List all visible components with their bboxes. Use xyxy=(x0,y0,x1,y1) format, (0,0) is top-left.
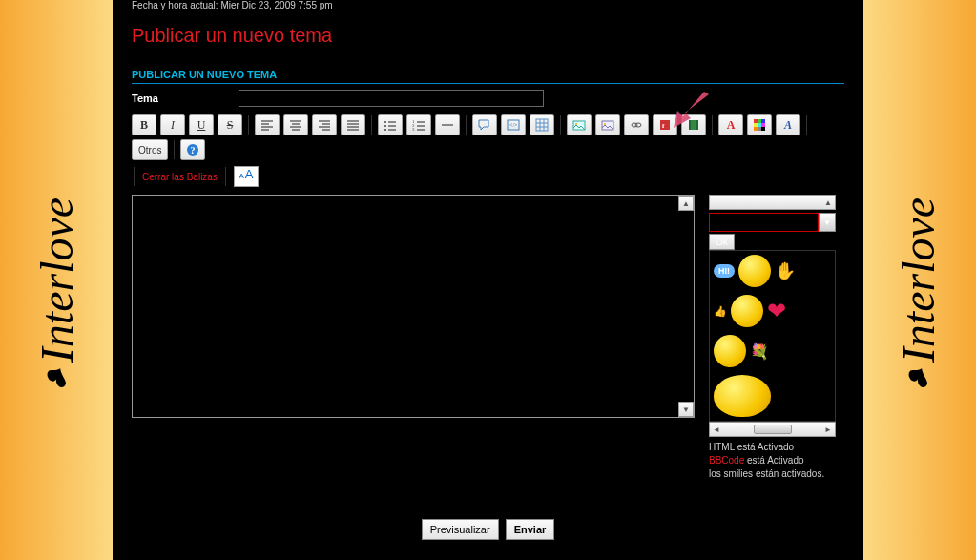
brand-left: Interlove xyxy=(0,0,114,560)
italic-button[interactable]: I xyxy=(160,114,185,135)
format-toolbar: B I U S 123 </> xyxy=(132,114,844,160)
underline-button[interactable]: U xyxy=(189,114,214,135)
smile-face-icon xyxy=(738,255,771,287)
bold-button[interactable]: B xyxy=(132,114,156,135)
hi-bubble: HI! xyxy=(714,264,735,278)
svg-point-41 xyxy=(635,123,641,127)
editor-status: HTML está Activado BBCode está Activado … xyxy=(709,441,836,481)
text-size-toggle[interactable]: AA xyxy=(234,166,259,187)
list-ordered-button[interactable]: 123 xyxy=(406,114,431,135)
font-size-button[interactable]: A xyxy=(718,114,743,135)
svg-rect-48 xyxy=(758,119,761,123)
quote-button[interactable] xyxy=(472,114,497,135)
brand-text-right: Interlove xyxy=(893,197,945,363)
smiley-love[interactable]: 👍 ❤ xyxy=(714,295,831,327)
svg-rect-46 xyxy=(696,120,698,130)
section-header: PUBLICAR UN NUEVO TEMA xyxy=(132,66,844,83)
strike-button[interactable]: S xyxy=(218,114,242,135)
smiley-panel: ▲ ▼ Ok HI! ✋ 👍 ❤ 💐 xyxy=(709,195,836,481)
scroll-left-icon[interactable]: ◄ xyxy=(713,425,720,434)
svg-rect-47 xyxy=(754,119,758,123)
main-panel: Fecha y hora actual: Mier Dic 23, 2009 7… xyxy=(113,0,863,560)
svg-rect-31 xyxy=(536,119,548,131)
smile-face-icon xyxy=(731,295,763,327)
close-tags-link[interactable]: Cerrar las Balizas xyxy=(142,172,218,182)
upload-image-button[interactable] xyxy=(567,114,592,135)
panel-scroll-up[interactable]: ▲ xyxy=(709,195,836,210)
thumbs-up-icon: 👍 xyxy=(714,305,727,318)
smile-face-icon xyxy=(714,335,746,367)
status-html: HTML está Activado xyxy=(709,441,836,454)
separator xyxy=(806,115,807,135)
smiley-hi[interactable]: HI! ✋ xyxy=(714,255,831,287)
align-justify-button[interactable] xyxy=(341,114,365,135)
table-button[interactable] xyxy=(530,114,554,135)
smiley-category-select[interactable] xyxy=(709,213,819,232)
heart-icon: ❤ xyxy=(767,298,786,324)
separator xyxy=(560,115,561,135)
separator xyxy=(248,115,249,135)
preview-button[interactable]: Previsualizar xyxy=(422,519,499,540)
hr-button[interactable] xyxy=(435,114,460,135)
big-face-icon xyxy=(714,375,771,417)
align-center-button[interactable] xyxy=(283,114,308,135)
flash-button[interactable]: f xyxy=(653,114,677,135)
tema-input[interactable] xyxy=(239,90,544,107)
svg-rect-45 xyxy=(689,120,691,130)
separator xyxy=(712,115,713,135)
font-family-button[interactable]: A xyxy=(776,114,800,135)
ok-button[interactable]: Ok xyxy=(709,234,735,250)
image-button[interactable] xyxy=(595,114,620,135)
svg-text:</>: </> xyxy=(509,122,518,128)
scroll-right-icon[interactable]: ► xyxy=(824,425,832,434)
scroll-up-button[interactable]: ▲ xyxy=(678,196,694,211)
svg-rect-51 xyxy=(758,123,761,127)
separator xyxy=(371,115,372,135)
submit-row: Previsualizar Enviar xyxy=(132,519,844,540)
font-color-button[interactable] xyxy=(747,114,772,135)
message-editor[interactable]: ▲ ▼ xyxy=(132,195,695,418)
svg-rect-55 xyxy=(761,127,765,131)
page-title: Publicar un nuevo tema xyxy=(132,25,844,47)
dropdown-icon[interactable]: ▼ xyxy=(819,213,836,232)
svg-rect-54 xyxy=(758,127,761,131)
timestamp: Fecha y hora actual: Mier Dic 23, 2009 7… xyxy=(132,0,844,25)
separator xyxy=(134,167,135,186)
svg-rect-50 xyxy=(754,123,758,127)
align-left-button[interactable] xyxy=(255,114,280,135)
divider xyxy=(132,83,844,84)
wave-hand-icon: ✋ xyxy=(775,260,796,281)
svg-text:3: 3 xyxy=(412,127,415,132)
align-right-button[interactable] xyxy=(312,114,337,135)
tema-label: Tema xyxy=(132,93,239,104)
smiley-list: HI! ✋ 👍 ❤ 💐 xyxy=(709,250,836,422)
status-smilies: los smilies están activados. xyxy=(709,467,836,481)
help-button[interactable]: ? xyxy=(180,139,205,160)
code-button[interactable]: </> xyxy=(501,114,526,135)
svg-point-18 xyxy=(384,125,386,127)
svg-text:?: ? xyxy=(191,145,196,156)
others-button[interactable]: Otros xyxy=(132,139,168,160)
separator xyxy=(466,115,467,135)
link-button[interactable] xyxy=(624,114,649,135)
smiley-flower[interactable]: 💐 xyxy=(714,335,831,367)
svg-point-16 xyxy=(384,121,386,123)
brand-right: Interlove xyxy=(862,0,976,560)
brand-text-left: Interlove xyxy=(31,197,84,363)
send-button[interactable]: Enviar xyxy=(506,519,555,540)
smiley-big[interactable] xyxy=(714,375,831,417)
svg-rect-53 xyxy=(754,127,758,131)
video-button[interactable] xyxy=(681,114,706,135)
status-bbcode: BBCode está Activado xyxy=(709,454,836,467)
flower-icon: 💐 xyxy=(750,342,769,361)
list-unordered-button[interactable] xyxy=(378,114,403,135)
scroll-thumb[interactable] xyxy=(754,425,792,434)
separator xyxy=(174,140,175,159)
separator xyxy=(225,167,226,186)
svg-rect-52 xyxy=(761,123,765,127)
scroll-down-button[interactable]: ▼ xyxy=(678,402,694,417)
svg-rect-49 xyxy=(761,119,765,123)
svg-point-20 xyxy=(384,129,386,131)
panel-hscroll[interactable]: ◄ ► xyxy=(709,422,836,437)
